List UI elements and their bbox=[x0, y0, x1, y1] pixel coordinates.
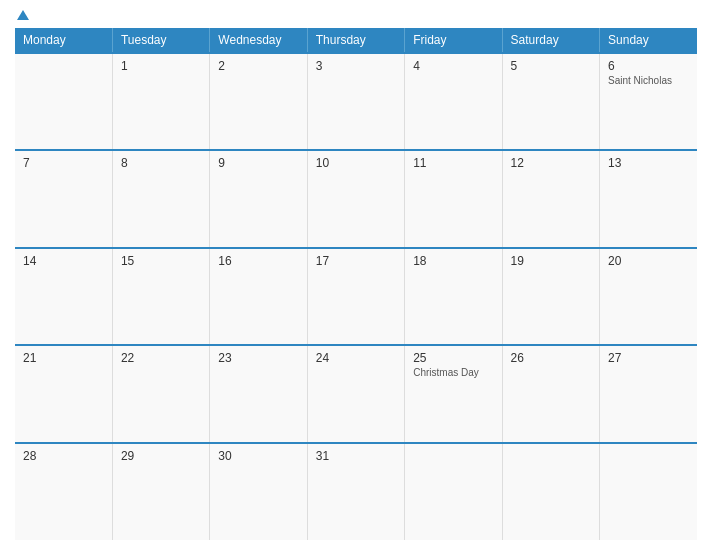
calendar-cell: 18 bbox=[405, 248, 502, 345]
day-number: 25 bbox=[413, 351, 493, 365]
logo-triangle-icon bbox=[17, 10, 29, 20]
calendar-table: MondayTuesdayWednesdayThursdayFridaySatu… bbox=[15, 28, 697, 540]
week-row-5: 28293031 bbox=[15, 443, 697, 540]
calendar-cell: 15 bbox=[112, 248, 209, 345]
logo bbox=[15, 10, 29, 20]
week-row-1: 123456Saint Nicholas bbox=[15, 53, 697, 150]
weekday-header-row: MondayTuesdayWednesdayThursdayFridaySatu… bbox=[15, 28, 697, 53]
weekday-header-thursday: Thursday bbox=[307, 28, 404, 53]
day-number: 4 bbox=[413, 59, 493, 73]
calendar-cell bbox=[600, 443, 697, 540]
day-number: 5 bbox=[511, 59, 591, 73]
calendar-cell: 17 bbox=[307, 248, 404, 345]
weekday-header-sunday: Sunday bbox=[600, 28, 697, 53]
day-number: 21 bbox=[23, 351, 104, 365]
calendar-cell: 9 bbox=[210, 150, 307, 247]
day-number: 29 bbox=[121, 449, 201, 463]
weekday-header-wednesday: Wednesday bbox=[210, 28, 307, 53]
weekday-header-monday: Monday bbox=[15, 28, 112, 53]
day-number: 15 bbox=[121, 254, 201, 268]
calendar-cell: 1 bbox=[112, 53, 209, 150]
event-label: Christmas Day bbox=[413, 367, 493, 378]
calendar-cell: 21 bbox=[15, 345, 112, 442]
calendar-cell bbox=[15, 53, 112, 150]
day-number: 31 bbox=[316, 449, 396, 463]
day-number: 23 bbox=[218, 351, 298, 365]
day-number: 6 bbox=[608, 59, 689, 73]
header bbox=[15, 10, 697, 20]
calendar-cell: 31 bbox=[307, 443, 404, 540]
calendar-cell: 22 bbox=[112, 345, 209, 442]
day-number: 19 bbox=[511, 254, 591, 268]
calendar-cell: 30 bbox=[210, 443, 307, 540]
calendar-cell: 19 bbox=[502, 248, 599, 345]
calendar-cell bbox=[405, 443, 502, 540]
day-number: 27 bbox=[608, 351, 689, 365]
week-row-2: 78910111213 bbox=[15, 150, 697, 247]
calendar-cell: 6Saint Nicholas bbox=[600, 53, 697, 150]
calendar-cell: 8 bbox=[112, 150, 209, 247]
day-number: 24 bbox=[316, 351, 396, 365]
week-row-4: 2122232425Christmas Day2627 bbox=[15, 345, 697, 442]
week-row-3: 14151617181920 bbox=[15, 248, 697, 345]
day-number: 22 bbox=[121, 351, 201, 365]
calendar-cell: 14 bbox=[15, 248, 112, 345]
day-number: 30 bbox=[218, 449, 298, 463]
day-number: 3 bbox=[316, 59, 396, 73]
day-number: 2 bbox=[218, 59, 298, 73]
calendar-cell: 2 bbox=[210, 53, 307, 150]
calendar-cell: 27 bbox=[600, 345, 697, 442]
calendar-cell: 23 bbox=[210, 345, 307, 442]
calendar-cell: 13 bbox=[600, 150, 697, 247]
day-number: 13 bbox=[608, 156, 689, 170]
calendar-container: MondayTuesdayWednesdayThursdayFridaySatu… bbox=[0, 0, 712, 550]
day-number: 28 bbox=[23, 449, 104, 463]
weekday-header-saturday: Saturday bbox=[502, 28, 599, 53]
day-number: 10 bbox=[316, 156, 396, 170]
weekday-header-friday: Friday bbox=[405, 28, 502, 53]
calendar-cell: 11 bbox=[405, 150, 502, 247]
day-number: 14 bbox=[23, 254, 104, 268]
day-number: 18 bbox=[413, 254, 493, 268]
day-number: 16 bbox=[218, 254, 298, 268]
day-number: 12 bbox=[511, 156, 591, 170]
calendar-cell: 28 bbox=[15, 443, 112, 540]
calendar-cell: 5 bbox=[502, 53, 599, 150]
event-label: Saint Nicholas bbox=[608, 75, 689, 86]
calendar-cell: 24 bbox=[307, 345, 404, 442]
calendar-cell: 26 bbox=[502, 345, 599, 442]
calendar-cell: 10 bbox=[307, 150, 404, 247]
day-number: 20 bbox=[608, 254, 689, 268]
calendar-cell: 20 bbox=[600, 248, 697, 345]
calendar-cell: 3 bbox=[307, 53, 404, 150]
calendar-cell: 12 bbox=[502, 150, 599, 247]
day-number: 1 bbox=[121, 59, 201, 73]
day-number: 7 bbox=[23, 156, 104, 170]
day-number: 11 bbox=[413, 156, 493, 170]
calendar-cell: 16 bbox=[210, 248, 307, 345]
calendar-cell: 7 bbox=[15, 150, 112, 247]
day-number: 9 bbox=[218, 156, 298, 170]
calendar-cell: 25Christmas Day bbox=[405, 345, 502, 442]
calendar-cell bbox=[502, 443, 599, 540]
day-number: 26 bbox=[511, 351, 591, 365]
day-number: 8 bbox=[121, 156, 201, 170]
weekday-header-tuesday: Tuesday bbox=[112, 28, 209, 53]
calendar-cell: 4 bbox=[405, 53, 502, 150]
calendar-cell: 29 bbox=[112, 443, 209, 540]
day-number: 17 bbox=[316, 254, 396, 268]
